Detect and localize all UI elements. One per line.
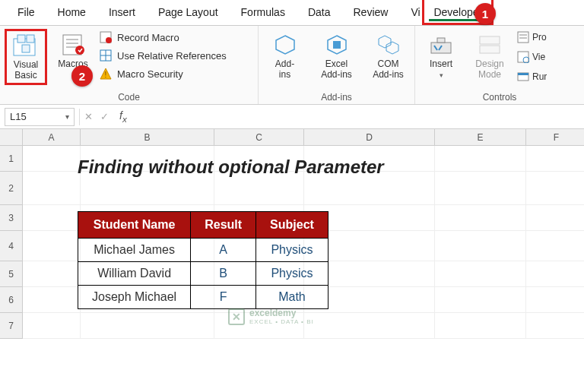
- grid-icon: [99, 49, 113, 62]
- visual-basic-button[interactable]: Visual Basic: [5, 29, 47, 85]
- worksheet[interactable]: 1234567 ABCDEF Finding without optional …: [0, 129, 584, 339]
- use-relative-button[interactable]: Use Relative References: [99, 49, 227, 62]
- svg-rect-33: [518, 73, 528, 75]
- design-mode-button[interactable]: Design Mode: [468, 29, 511, 84]
- properties-icon: [517, 31, 529, 43]
- svg-marker-19: [379, 36, 391, 48]
- fx-icon[interactable]: fx: [119, 109, 127, 124]
- table-row[interactable]: Joseph MichaelFMath: [78, 286, 328, 309]
- page-title: Finding without optional Parameter: [78, 156, 384, 178]
- use-relative-label: Use Relative References: [117, 50, 227, 62]
- row-header-3[interactable]: 3: [0, 205, 23, 231]
- name-box[interactable]: L15 ▾: [5, 108, 75, 126]
- svg-rect-27: [518, 32, 528, 43]
- col-header-D[interactable]: D: [304, 129, 435, 146]
- svg-rect-26: [480, 46, 500, 53]
- formula-input[interactable]: [127, 108, 584, 126]
- data-table: Student Name Result Subject Michael Jame…: [78, 211, 328, 309]
- svg-rect-22: [437, 38, 445, 43]
- tab-view[interactable]: Vi: [399, 0, 422, 25]
- ruler-icon: [477, 32, 503, 58]
- col-subject[interactable]: Subject: [256, 212, 328, 239]
- tab-review[interactable]: Review: [342, 0, 400, 25]
- tab-pagelayout[interactable]: Page Layout: [147, 0, 230, 25]
- row-header-6[interactable]: 6: [0, 287, 23, 313]
- addins-icon: [272, 32, 298, 58]
- design-mode-label: Design Mode: [475, 59, 503, 81]
- row-header-2[interactable]: 2: [0, 172, 23, 205]
- name-box-value: L15: [10, 111, 27, 122]
- cell-subject[interactable]: Math: [256, 286, 328, 309]
- addins-button[interactable]: Add- ins: [264, 29, 306, 84]
- chevron-down-icon[interactable]: ▾: [65, 112, 69, 121]
- row-header-4[interactable]: 4: [0, 231, 23, 261]
- tab-formulas[interactable]: Formulas: [230, 0, 297, 25]
- tab-home[interactable]: Home: [46, 0, 97, 25]
- cell-subject[interactable]: Physics: [256, 262, 328, 286]
- callout-1: 1: [474, 3, 496, 24]
- com-addins-label: COM Add-ins: [373, 59, 404, 81]
- addins-label: Add- ins: [275, 59, 294, 81]
- cell-student-name[interactable]: William David: [78, 262, 191, 286]
- svg-rect-3: [22, 45, 30, 52]
- col-header-A[interactable]: A: [23, 129, 81, 146]
- row-header-1[interactable]: 1: [0, 146, 23, 172]
- col-result[interactable]: Result: [191, 212, 256, 239]
- view-code-button[interactable]: Vie: [517, 49, 547, 65]
- warning-icon: !: [99, 67, 113, 81]
- check-icon[interactable]: ✓: [100, 111, 109, 122]
- tab-file[interactable]: File: [6, 0, 46, 25]
- properties-label: Pro: [532, 32, 547, 43]
- table-row[interactable]: William DavidBPhysics: [78, 262, 328, 286]
- cell-result[interactable]: F: [191, 286, 256, 309]
- tab-data[interactable]: Data: [297, 0, 342, 25]
- view-code-label: Vie: [532, 52, 545, 62]
- cell-student-name[interactable]: Joseph Michael: [78, 286, 191, 309]
- svg-point-8: [75, 46, 84, 55]
- col-student-name[interactable]: Student Name: [78, 212, 191, 239]
- cell-result[interactable]: B: [191, 262, 256, 286]
- cell-result[interactable]: A: [191, 239, 256, 262]
- table-row[interactable]: Michael JamesAPhysics: [78, 239, 328, 262]
- code-icon: [517, 51, 529, 63]
- col-header-C[interactable]: C: [214, 129, 304, 146]
- row-header-7[interactable]: 7: [0, 313, 23, 339]
- group-controls-label: Controls: [420, 90, 579, 103]
- cell-subject[interactable]: Physics: [256, 239, 328, 262]
- row-header-5[interactable]: 5: [0, 261, 23, 287]
- ribbon: Visual Basic Macros Record Macro Use Rel…: [0, 26, 584, 105]
- macro-security-label: Macro Security: [117, 68, 183, 80]
- dialog-icon: [517, 71, 529, 83]
- cancel-icon[interactable]: ✕: [84, 111, 93, 122]
- tab-insert[interactable]: Insert: [97, 0, 147, 25]
- col-header-B[interactable]: B: [81, 129, 214, 146]
- col-header-F[interactable]: F: [526, 129, 584, 146]
- macro-security-button[interactable]: ! Macro Security: [99, 67, 227, 81]
- svg-rect-18: [333, 41, 341, 49]
- run-dialog-label: Rur: [532, 71, 547, 82]
- group-addins: Add- ins Excel Add-ins COM Add-ins Add-i…: [259, 26, 415, 104]
- com-addins-button[interactable]: COM Add-ins: [367, 29, 410, 84]
- watermark-tag: EXCEL • DATA • BI: [249, 318, 314, 325]
- group-addins-label: Add-ins: [263, 90, 410, 103]
- record-macro-button[interactable]: Record Macro: [99, 30, 227, 44]
- svg-marker-16: [276, 36, 294, 54]
- insert-control-label: Insert: [430, 59, 452, 70]
- insert-control-button[interactable]: Insert ▾: [420, 29, 462, 82]
- group-code: Visual Basic Macros Record Macro Use Rel…: [0, 26, 259, 104]
- run-dialog-button[interactable]: Rur: [517, 68, 547, 85]
- col-header-E[interactable]: E: [435, 129, 526, 146]
- callout-2: 2: [71, 65, 93, 87]
- svg-rect-1: [17, 35, 25, 43]
- table-header-row: Student Name Result Subject: [78, 212, 328, 239]
- excel-addins-icon: [324, 32, 350, 58]
- watermark-logo-icon: ✕: [228, 308, 245, 325]
- excel-addins-button[interactable]: Excel Add-ins: [316, 29, 358, 84]
- properties-button[interactable]: Pro: [517, 29, 547, 46]
- select-all-corner[interactable]: [0, 129, 23, 146]
- svg-marker-20: [386, 42, 398, 54]
- svg-rect-25: [480, 36, 500, 44]
- cell-student-name[interactable]: Michael James: [78, 239, 191, 262]
- macros-button[interactable]: Macros: [52, 29, 94, 73]
- watermark-brand: exceldemy: [249, 308, 314, 318]
